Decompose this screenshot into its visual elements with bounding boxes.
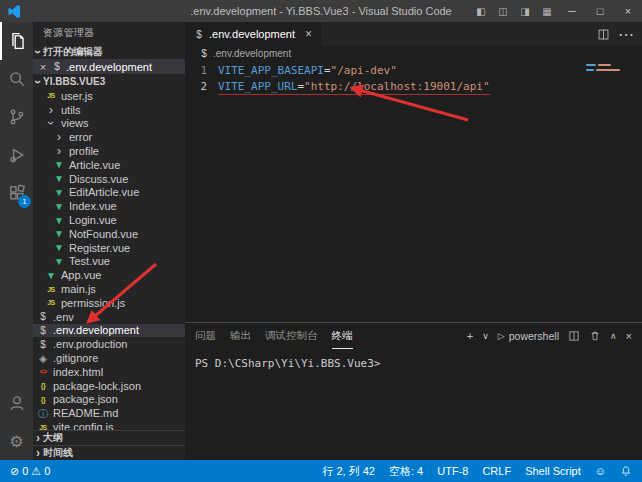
file-tree-item[interactable]: ▼ Index.vue xyxy=(33,199,185,213)
terminal-profile-dropdown-icon[interactable]: ∨ xyxy=(482,331,489,341)
toggle-secondary-sidebar-icon[interactable]: ◨ xyxy=(514,6,536,17)
js-file-icon: JS xyxy=(45,89,57,102)
project-root-header[interactable]: › YI.BBS.VUE3 xyxy=(33,74,185,89)
feedback-smiley-icon[interactable]: ☺ xyxy=(595,465,606,477)
file-tree-item[interactable]: › profile xyxy=(33,144,185,158)
vue-file-icon: ▼ xyxy=(45,269,57,282)
file-tree-item[interactable]: $ .env.production xyxy=(33,337,185,351)
outline-section-header[interactable]: › 大纲 xyxy=(33,430,185,445)
minimize-button[interactable]: ─ xyxy=(558,0,586,22)
accounts-icon[interactable] xyxy=(0,384,33,422)
file-tree-item[interactable]: $ .env xyxy=(33,310,185,324)
panel-tab-debug-console[interactable]: 调试控制台 xyxy=(265,323,318,349)
open-editor-item[interactable]: × $ .env.development xyxy=(33,59,185,74)
status-bar: ⊘0 ⚠0 行 2, 列 42 空格: 4 UTF-8 CRLF Shell S… xyxy=(0,460,642,482)
encoding-status[interactable]: UTF-8 xyxy=(437,465,468,477)
activity-bar: 1 ⚙ xyxy=(0,22,33,460)
terminal-shell-select[interactable]: ▷ powershell xyxy=(498,330,559,342)
extensions-icon[interactable]: 1 xyxy=(0,174,33,212)
panel-tab-terminal[interactable]: 终端 xyxy=(332,323,353,349)
open-editors-header[interactable]: › 打开的编辑器 xyxy=(33,44,185,59)
problems-status[interactable]: ⊘0 ⚠0 xyxy=(10,465,50,478)
close-panel-icon[interactable]: × xyxy=(626,330,632,342)
file-tree-item[interactable]: JS user.js xyxy=(33,89,185,103)
file-tree-item[interactable]: › utils xyxy=(33,103,185,117)
bottom-panel: 问题 输出 调试控制台 终端 + ∨ ▷ powershell ∧ xyxy=(185,322,642,460)
file-tree-item[interactable]: {} package-lock.json xyxy=(33,379,185,393)
file-tree-item[interactable]: ◈ .gitignore xyxy=(33,351,185,365)
open-editor-label: .env.development xyxy=(66,61,152,73)
terminal-output[interactable]: PS D:\CSharp\Yi\Yi.BBS.Vue3> xyxy=(185,349,642,460)
source-control-icon[interactable] xyxy=(0,98,33,136)
file-tree-item[interactable]: ▼ Register.vue xyxy=(33,241,185,255)
explorer-icon[interactable] xyxy=(0,22,33,60)
vue-file-icon: ▼ xyxy=(53,186,65,199)
code-token-string: "http://localhost:19001/api" xyxy=(304,80,489,93)
maximize-panel-icon[interactable]: ∧ xyxy=(610,331,617,341)
markdown-file-icon: ⓘ xyxy=(37,407,49,420)
tab-env-development[interactable]: $ .env.development × xyxy=(185,22,321,46)
file-tree-item[interactable]: ▼ EditArticle.vue xyxy=(33,186,185,200)
vscode-window: .env.development - Yi.BBS.Vue3 - Visual … xyxy=(0,0,642,482)
file-tree-item[interactable]: $ .env.development xyxy=(33,324,185,338)
shell-file-icon: $ xyxy=(37,310,49,323)
file-tree-item[interactable]: JS permission.js xyxy=(33,296,185,310)
powershell-icon: ▷ xyxy=(498,331,505,341)
run-debug-icon[interactable] xyxy=(0,136,33,174)
extensions-badge: 1 xyxy=(18,195,31,208)
file-tree-item[interactable]: JS main.js xyxy=(33,282,185,296)
file-tree-item[interactable]: ⓘ README.md xyxy=(33,406,185,420)
file-tree-item[interactable]: ▼ Test.vue xyxy=(33,255,185,269)
notifications-bell-icon[interactable] xyxy=(620,465,632,477)
file-tree-item[interactable]: ▼ Login.vue xyxy=(33,213,185,227)
code-editor[interactable]: 1 VITE_APP_BASEAPI="/api-dev" 2 VITE_APP… xyxy=(185,61,642,322)
file-tree-item[interactable]: ▼ App.vue xyxy=(33,268,185,282)
file-tree-item[interactable]: <> index.html xyxy=(33,365,185,379)
settings-gear-icon[interactable]: ⚙ xyxy=(0,422,33,460)
split-terminal-icon[interactable] xyxy=(568,330,580,342)
chevron-right-icon: › xyxy=(36,447,40,459)
customize-layout-icon[interactable]: ▦ xyxy=(536,6,558,17)
file-tree-item[interactable]: {} package.json xyxy=(33,393,185,407)
minimap[interactable] xyxy=(586,64,632,74)
new-terminal-icon[interactable]: + xyxy=(467,330,473,342)
eol-status[interactable]: CRLF xyxy=(482,465,511,477)
code-token-variable: VITE_APP_URL xyxy=(218,80,297,93)
indentation-status[interactable]: 空格: 4 xyxy=(389,464,423,479)
breadcrumb[interactable]: $ .env.development xyxy=(185,46,642,61)
chevron-down-icon: › xyxy=(33,80,44,84)
code-token-operator: = xyxy=(324,64,331,77)
toggle-panel-icon[interactable]: ◫ xyxy=(492,6,514,17)
toggle-primary-sidebar-icon[interactable]: ◧ xyxy=(470,6,492,17)
file-tree-item[interactable]: ▼ Discuss.vue xyxy=(33,172,185,186)
explorer-sidebar: 资源管理器 › 打开的编辑器 × $ .env.development › YI… xyxy=(33,22,185,460)
json-file-icon: {} xyxy=(37,393,49,406)
js-file-icon: JS xyxy=(37,421,49,430)
terminal-prompt: PS D:\CSharp\Yi\Yi.BBS.Vue3> xyxy=(195,357,380,370)
vue-file-icon: ▼ xyxy=(53,158,65,171)
tab-label: .env.development xyxy=(209,28,295,40)
vscode-logo-icon xyxy=(7,4,22,19)
language-mode[interactable]: Shell Script xyxy=(525,465,581,477)
close-editor-icon[interactable]: × xyxy=(38,61,48,73)
close-tab-icon[interactable]: × xyxy=(305,27,312,41)
timeline-section-header[interactable]: › 时间线 xyxy=(33,445,185,460)
file-tree-item[interactable]: › error xyxy=(33,130,185,144)
file-tree-item[interactable]: ▼ NotFound.vue xyxy=(33,227,185,241)
kill-terminal-trash-icon[interactable] xyxy=(589,330,601,342)
split-editor-icon[interactable] xyxy=(597,28,610,41)
file-tree-item[interactable]: JS vite.config.js xyxy=(33,420,185,430)
panel-tab-problems[interactable]: 问题 xyxy=(195,323,216,349)
file-tree-item[interactable]: ▼ Article.vue xyxy=(33,158,185,172)
panel-tab-output[interactable]: 输出 xyxy=(230,323,251,349)
file-tree-item[interactable]: › views xyxy=(33,117,185,131)
errors-icon: ⊘ xyxy=(10,465,19,478)
vue-file-icon: ▼ xyxy=(53,255,65,268)
shell-file-icon: $ xyxy=(52,61,62,72)
close-window-button[interactable]: × xyxy=(614,0,642,22)
more-actions-icon[interactable]: ⋯ xyxy=(618,25,634,44)
vue-file-icon: ▼ xyxy=(53,200,65,213)
maximize-button[interactable]: □ xyxy=(586,0,614,22)
search-icon[interactable] xyxy=(0,60,33,98)
cursor-position[interactable]: 行 2, 列 42 xyxy=(322,464,375,479)
